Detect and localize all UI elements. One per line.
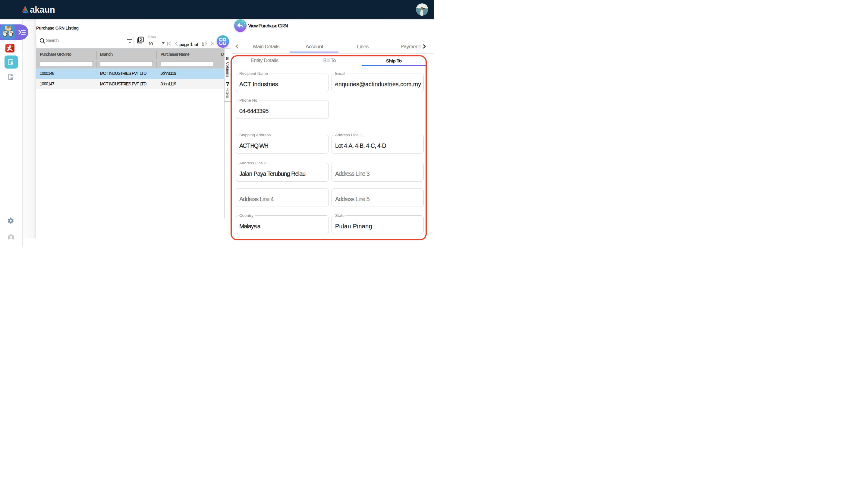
svg-text:2: 2 [140, 37, 142, 42]
